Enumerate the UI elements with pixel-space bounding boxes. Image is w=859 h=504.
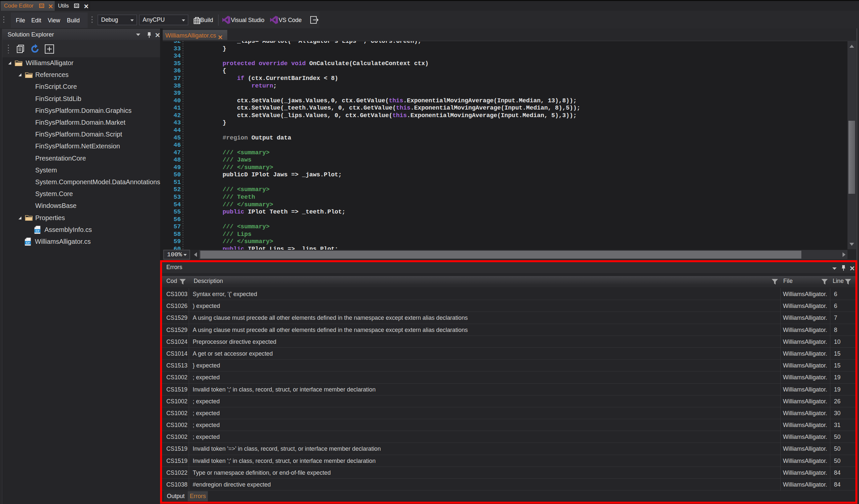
svg-text:C#: C# — [26, 241, 30, 245]
svg-text:C#: C# — [35, 229, 40, 233]
